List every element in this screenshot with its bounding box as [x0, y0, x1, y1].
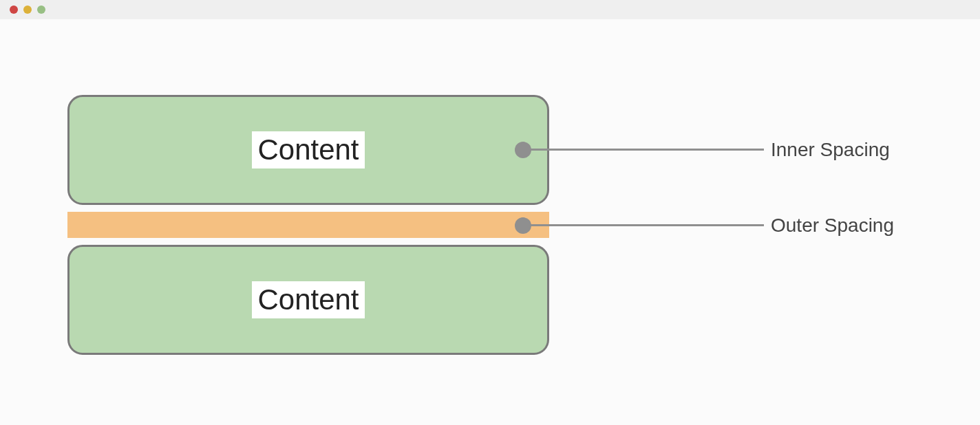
callout-line-inner [530, 149, 764, 151]
callout-label-outer: Outer Spacing [771, 215, 894, 237]
margin-bar [67, 212, 549, 238]
callout-line-outer [530, 224, 764, 226]
callout-dot-outer [515, 217, 531, 234]
padding-box-bottom: Content [67, 245, 549, 355]
zoom-icon[interactable] [37, 6, 45, 14]
content-label-bottom: Content [252, 281, 364, 318]
callout-dot-inner [515, 142, 531, 158]
callout-label-inner: Inner Spacing [771, 139, 890, 161]
minimize-icon[interactable] [23, 6, 32, 14]
content-label-top: Content [252, 131, 364, 168]
close-icon[interactable] [10, 6, 18, 14]
diagram-canvas: Content Content Inner Spacing Outer Spac… [0, 19, 980, 425]
padding-box-top: Content [67, 95, 549, 205]
window-titlebar [0, 0, 980, 19]
